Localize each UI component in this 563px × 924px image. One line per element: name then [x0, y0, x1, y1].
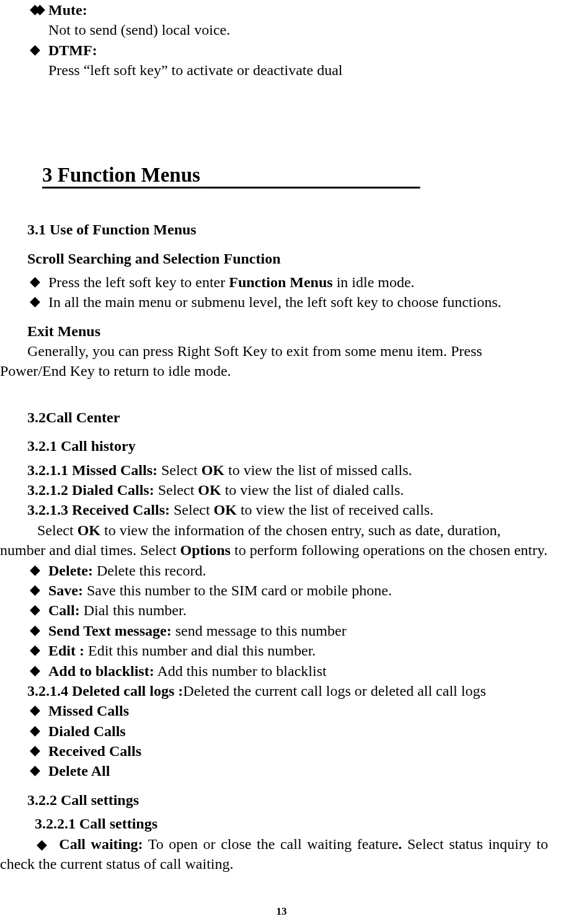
text: in idle mode.: [333, 274, 415, 290]
item-desc: Add this number to blacklist: [154, 663, 327, 679]
item-desc: Delete this record.: [93, 562, 206, 579]
heading-3-1: 3.1 Use of Function Menus: [0, 220, 563, 239]
section-title-text: 3 Function Menus: [42, 164, 200, 186]
heading-3-2-2: 3.2.2 Call settings: [0, 790, 563, 810]
item-label: Dialed Calls: [48, 723, 126, 739]
line-3-2-1-2: 3.2.1.2 Dialed Calls: Select OK to view …: [0, 480, 563, 500]
item-desc: Dial this number.: [80, 602, 187, 618]
heading-3-2-1: 3.2.1 Call history: [0, 436, 563, 456]
text: to view the list of dialed calls.: [221, 482, 404, 498]
delete-bullet-list: Missed Calls Dialed Calls Received Calls…: [0, 701, 563, 781]
list-item: Delete All: [0, 761, 563, 781]
text: to perform following operations on the c…: [231, 542, 547, 558]
heading-3-2: 3.2Call Center: [0, 407, 563, 427]
list-item: Press the left soft key to enter Functio…: [0, 272, 563, 292]
item-label: Received Calls: [48, 743, 141, 759]
list-item: Dialed Calls: [0, 721, 563, 741]
list-item: DTMF: Press “left soft key” to activate …: [0, 40, 563, 81]
text: In all the main menu or submenu level, t…: [48, 294, 502, 310]
list-item: Missed Calls: [0, 701, 563, 721]
list-item: Received Calls: [0, 741, 563, 761]
text: To open or close the call waiting featur…: [143, 836, 399, 852]
bold-text: 3.2.1.3 Received Calls:: [27, 502, 174, 518]
text: Select: [161, 462, 202, 478]
item-desc: Edit this number and dial this number.: [84, 642, 316, 659]
list-item: Call: Dial this number.: [0, 600, 563, 620]
select-paragraph: Select OK to view the information of the…: [0, 520, 563, 561]
bold-text: OK: [78, 522, 100, 538]
line-3-2-1-4: 3.2.1.4 Deleted call logs :Deleted the c…: [0, 681, 563, 701]
bold-text: Function Menus: [229, 274, 332, 290]
bold-text: 3.2.1.4 Deleted call logs :: [27, 683, 183, 699]
item-desc: Press “left soft key” to activate or dea…: [48, 60, 563, 80]
list-item: Save: Save this number to the SIM card o…: [0, 580, 563, 600]
bold-text: OK: [202, 462, 224, 478]
item-desc: send message to this number: [172, 623, 347, 639]
item-label: Delete All: [48, 763, 110, 779]
text: Deleted the current call logs or deleted…: [183, 683, 485, 699]
text: Generally, you can press Right Soft Key …: [0, 343, 482, 379]
options-bullet-list: Delete: Delete this record. Save: Save t…: [0, 561, 563, 681]
text: Select: [37, 522, 78, 538]
list-item: ◆ Call waiting: To open or close the cal…: [0, 834, 563, 874]
bold-text: 3.2.1.2 Dialed Calls:: [27, 482, 158, 498]
page-number: 13: [0, 905, 563, 919]
list-item: Edit : Edit this number and dial this nu…: [0, 641, 563, 660]
bold-text: 3.2.1.1 Missed Calls:: [27, 462, 161, 478]
item-label: Send Text message:: [48, 623, 172, 639]
text: Select: [174, 502, 214, 518]
item-label: DTMF:: [48, 42, 97, 58]
bold-text: .: [398, 836, 407, 852]
item-label: Missed Calls: [48, 703, 129, 719]
line-3-2-1-1: 3.2.1.1 Missed Calls: Select OK to view …: [0, 460, 563, 480]
item-desc: Save this number to the SIM card or mobi…: [83, 582, 392, 598]
exit-paragraph: Generally, you can press Right Soft Key …: [0, 341, 563, 381]
item-desc: Not to send (send) local voice.: [48, 20, 563, 40]
list-item: Delete: Delete this record.: [0, 561, 563, 580]
list-item: Send Text message: send message to this …: [0, 621, 563, 641]
list-item: Add to blacklist: Add this number to bla…: [0, 661, 563, 681]
heading-scroll: Scroll Searching and Selection Function: [0, 249, 563, 269]
line-3-2-1-3: 3.2.1.3 Received Calls: Select OK to vie…: [0, 500, 563, 520]
item-label: Add to blacklist:: [48, 663, 154, 679]
item-label: Delete:: [48, 562, 93, 579]
item-label: Edit :: [48, 642, 84, 659]
item-label: Save:: [48, 582, 83, 598]
heading-exit: Exit Menus: [0, 321, 563, 341]
item-label: Call:: [48, 602, 80, 618]
bold-text: OK: [214, 502, 237, 518]
text: to view the list of missed calls.: [224, 462, 412, 478]
list-item: Mute: Not to send (send) local voice.: [0, 0, 563, 40]
list-item: In all the main menu or submenu level, t…: [0, 292, 563, 312]
section-title: 3 Function Menus: [0, 161, 563, 189]
item-label: Call waiting:: [59, 836, 143, 852]
item-label: Mute:: [48, 2, 87, 18]
text: to view the list of received calls.: [237, 502, 433, 518]
scroll-bullet-list: Press the left soft key to enter Functio…: [0, 272, 563, 313]
heading-3-2-2-1: 3.2.2.1 Call settings: [0, 814, 563, 833]
call-waiting-list: ◆ Call waiting: To open or close the cal…: [0, 834, 563, 874]
text: Press the left soft key to enter: [48, 274, 229, 290]
bold-text: Options: [180, 542, 231, 558]
text: Select: [158, 482, 198, 498]
top-bullet-list: Mute: Not to send (send) local voice. DT…: [0, 0, 563, 81]
bold-text: OK: [198, 482, 221, 498]
